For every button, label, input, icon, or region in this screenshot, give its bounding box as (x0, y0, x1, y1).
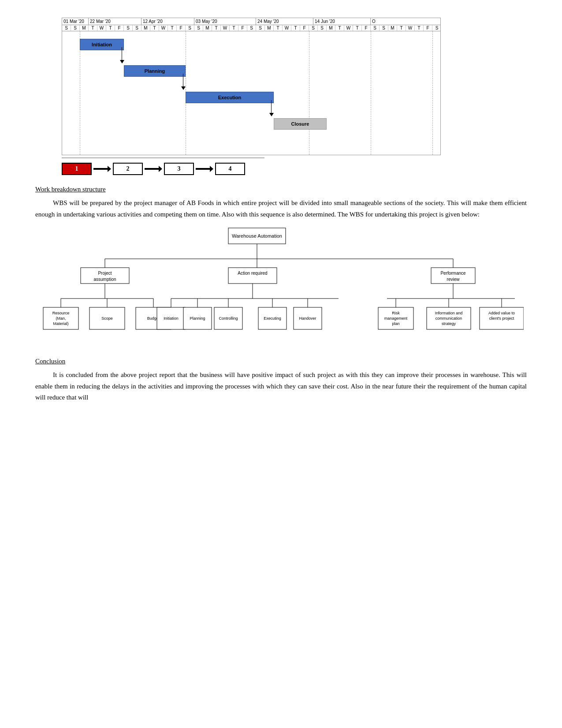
day-t6: T (230, 25, 238, 31)
gantt-date-5: 24 May '20 (256, 18, 313, 25)
svg-text:plan: plan (392, 321, 399, 326)
day-w5: W (344, 25, 353, 31)
svg-text:Added value to: Added value to (488, 311, 514, 315)
task-closure-label: Closure (291, 121, 309, 127)
day-s4: S (133, 25, 141, 31)
seq-box-4: 4 (215, 163, 245, 175)
day-f4: F (300, 25, 309, 31)
day-f6: F (424, 25, 432, 31)
svg-text:Information and: Information and (435, 311, 462, 315)
task-initiation-label: Initiation (92, 42, 112, 47)
day-t12: T (415, 25, 424, 31)
wbs-diagram: Warehouse Automation Project assumption … (35, 224, 527, 347)
day-t3: T (150, 25, 159, 31)
day-t7: T (274, 25, 283, 31)
seq-arrow-2 (145, 166, 162, 172)
day-t11: T (397, 25, 406, 31)
day-t8: T (291, 25, 300, 31)
day-t9: T (335, 25, 344, 31)
svg-text:Handover: Handover (299, 316, 316, 321)
conclusion-title: Conclusion (35, 358, 527, 365)
day-s5: S (186, 25, 194, 31)
wbs-para: WBS will be prepared by the project mana… (35, 198, 527, 220)
svg-text:Controlling: Controlling (219, 316, 238, 321)
svg-text:assumption: assumption (93, 277, 116, 282)
gantt-date-3: 12 Apr '20 (141, 18, 194, 25)
seq-box-1: 1 (62, 163, 92, 175)
svg-text:Warehouse Automation: Warehouse Automation (232, 233, 282, 239)
seq-arrow-1 (93, 166, 111, 172)
day-s1: S (62, 25, 71, 31)
day-t5: T (212, 25, 221, 31)
day-s11: S (371, 25, 380, 31)
svg-text:communication: communication (435, 316, 462, 321)
seq-arrow-3 (196, 166, 213, 172)
day-m1: M (80, 25, 89, 31)
svg-rect-10 (228, 268, 277, 284)
gantt-date-2: 22 Mar '20 (89, 18, 141, 25)
day-w4: W (283, 25, 291, 31)
day-s13: S (432, 25, 441, 31)
wbs-title: Work breakdown structure (35, 186, 527, 193)
day-f5: F (362, 25, 371, 31)
day-m2: M (141, 25, 150, 31)
svg-text:Resource: Resource (52, 311, 69, 315)
day-s3: S (124, 25, 133, 31)
conclusion-section: Conclusion It is concluded from the abov… (35, 358, 527, 403)
wbs-section: Work breakdown structure WBS will be pre… (35, 186, 527, 347)
day-w6: W (406, 25, 415, 31)
day-w1: W (97, 25, 106, 31)
day-w2: W (159, 25, 168, 31)
gantt-date-6: 14 Jun '20 (313, 18, 371, 25)
gantt-date-4: 03 May '20 (194, 18, 256, 25)
svg-text:Planning: Planning (190, 316, 205, 321)
svg-text:client's project: client's project (489, 316, 514, 321)
day-t4: T (168, 25, 177, 31)
conclusion-para: It is concluded from the above project r… (35, 370, 527, 403)
day-s7: S (247, 25, 256, 31)
day-m4: M (265, 25, 274, 31)
gantt-date-1: 01 Mar '20 (62, 18, 89, 25)
svg-text:strategy: strategy (441, 321, 456, 326)
task-planning-label: Planning (145, 68, 165, 74)
svg-text:Material): Material) (53, 321, 68, 326)
day-s9: S (309, 25, 318, 31)
day-f2: F (177, 25, 186, 31)
gantt-section: 01 Mar '20 22 Mar '20 12 Apr '20 03 May … (35, 18, 527, 175)
day-f3: F (238, 25, 247, 31)
svg-text:review: review (447, 277, 460, 282)
seq-box-3: 3 (164, 163, 194, 175)
day-t10: T (353, 25, 362, 31)
day-f1: F (115, 25, 124, 31)
day-m3: M (203, 25, 212, 31)
svg-text:Executing: Executing (264, 316, 281, 321)
day-s10: S (318, 25, 327, 31)
day-t2: T (106, 25, 115, 31)
svg-text:Performance: Performance (440, 271, 466, 276)
svg-text:(Man,: (Man, (56, 316, 66, 321)
svg-text:Scope: Scope (101, 316, 113, 321)
svg-text:Initiation: Initiation (164, 316, 179, 321)
day-w3: W (221, 25, 230, 31)
day-m6: M (388, 25, 397, 31)
seq-box-2: 2 (113, 163, 143, 175)
day-s12: S (380, 25, 388, 31)
day-s2: S (71, 25, 80, 31)
svg-text:Project: Project (98, 271, 112, 276)
task-execution-label: Execution (218, 95, 242, 100)
gantt-date-7: O (371, 18, 388, 25)
day-t1: T (89, 25, 97, 31)
svg-text:management: management (384, 316, 407, 321)
day-s8: S (256, 25, 265, 31)
day-s6: S (194, 25, 203, 31)
day-m5: M (327, 25, 335, 31)
svg-text:Action required: Action required (238, 271, 267, 276)
svg-text:Risk: Risk (392, 311, 400, 315)
